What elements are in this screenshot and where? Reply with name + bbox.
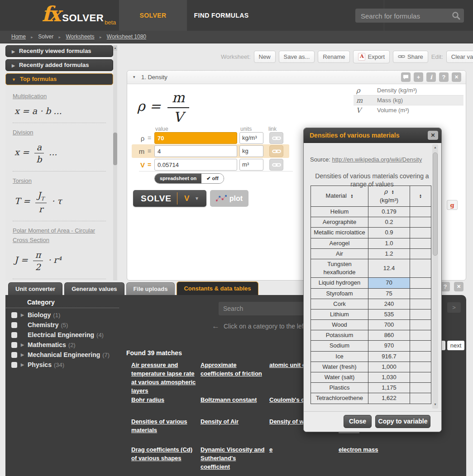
extra-cell[interactable]	[410, 278, 431, 288]
material-cell[interactable]: Air	[311, 248, 368, 259]
spreadsheet-on-segment[interactable]: spreadsheet on	[155, 174, 201, 183]
extra-cell[interactable]	[410, 248, 431, 259]
clear-values-button[interactable]: Clear values	[446, 51, 473, 63]
extra-cell[interactable]	[410, 341, 431, 351]
nav-tab-find-formulas[interactable]: FIND FORMULAS	[187, 0, 256, 31]
data-table-link[interactable]: Drag coefficients (Cd) of various shapes	[131, 446, 196, 463]
new-button[interactable]: New	[254, 51, 276, 63]
material-cell[interactable]: Water (fresh)	[311, 362, 368, 372]
category-checkbox[interactable]	[11, 362, 17, 368]
extra-cell[interactable]	[410, 259, 431, 277]
material-cell[interactable]: Tungsten hexafluoride	[311, 259, 368, 277]
density-cell[interactable]: 240	[368, 299, 410, 309]
material-cell[interactable]: Styrofoam	[311, 288, 368, 299]
sort-icon[interactable]: ▲▼	[350, 194, 353, 199]
m-link-button[interactable]	[269, 145, 283, 157]
density-cell[interactable]: 1,622	[368, 393, 410, 404]
spreadsheet-off-segment[interactable]: ✔ off	[201, 174, 223, 183]
material-cell[interactable]: Potassium	[311, 330, 368, 341]
density-cell[interactable]: 75	[368, 288, 410, 299]
extra-cell[interactable]	[410, 217, 431, 228]
extra-cell[interactable]	[410, 299, 431, 309]
v-units-box[interactable]: m³	[239, 159, 263, 171]
modal-scrollbar-thumb[interactable]	[433, 152, 438, 256]
pagination-next-button[interactable]: next	[447, 341, 464, 350]
material-cell[interactable]: Helium	[311, 207, 368, 217]
density-cell[interactable]: 70	[368, 278, 410, 288]
scroll-down-icon[interactable]: ▼	[432, 401, 438, 408]
collapse-icon[interactable]: ▾	[133, 71, 135, 84]
sidebar-scrollbar-thumb[interactable]	[113, 133, 117, 165]
export-button[interactable]: A Export	[353, 50, 390, 63]
material-cell[interactable]: Aerogel	[311, 238, 368, 248]
extra-cell[interactable]	[410, 362, 431, 372]
card-close-icon[interactable]: ✕	[452, 72, 461, 82]
extra-cell[interactable]	[410, 309, 431, 319]
material-cell[interactable]: Liquid hydrogen	[311, 278, 368, 288]
m-units-box[interactable]: kg	[239, 145, 263, 157]
m-value-input[interactable]	[154, 145, 237, 157]
density-cell[interactable]: 1,030	[368, 372, 410, 383]
plot-button[interactable]: plot	[210, 190, 248, 207]
breadcrumb-solver[interactable]: Solver	[38, 33, 53, 40]
category-name[interactable]: Mechanical Engineering	[28, 351, 100, 358]
data-table-link[interactable]: Densities of various materials	[131, 418, 196, 435]
panel-help-icon[interactable]: ?	[440, 282, 450, 291]
panel-tab-unit-converter[interactable]: Unit converter	[8, 282, 62, 295]
density-cell[interactable]: 0.179	[368, 207, 410, 217]
scroll-up-icon[interactable]: ▲	[113, 45, 117, 51]
data-table-link[interactable]: Approximate coefficients of friction	[201, 361, 266, 378]
density-cell[interactable]: 1,000	[368, 362, 410, 372]
sidebar-accordion-recently-added[interactable]: ▶Recently added formulas	[5, 59, 113, 71]
rho-link-button[interactable]	[269, 132, 283, 144]
formula-link[interactable]: Multiplication	[13, 92, 106, 101]
breadcrumb-worksheet-1080[interactable]: Worksheet 1080	[107, 33, 146, 40]
sort-icon[interactable]: ▲▼	[419, 194, 422, 199]
source-link[interactable]: http://en.wikipedia.org/wiki/Density	[332, 156, 422, 163]
category-checkbox[interactable]	[11, 332, 17, 338]
extra-cell[interactable]	[410, 238, 431, 248]
material-cell[interactable]: Aerographite	[311, 217, 368, 228]
share-button[interactable]: Share	[393, 51, 428, 63]
solve-button[interactable]: SOLVE V ▼	[133, 190, 206, 207]
search-formulas-input[interactable]	[360, 9, 448, 24]
rename-button[interactable]: Rename	[318, 51, 350, 63]
material-cell[interactable]: Wood	[311, 320, 368, 330]
extra-cell[interactable]	[410, 228, 431, 238]
extra-cell[interactable]	[410, 393, 431, 404]
material-cell[interactable]: Tetrachloroethene	[311, 393, 368, 404]
data-table-link[interactable]: electron mass	[339, 446, 404, 454]
material-cell[interactable]: Lithium	[311, 309, 368, 319]
panel-tab-generate-values[interactable]: Generate values	[64, 282, 124, 295]
card-help-icon[interactable]: ?	[439, 72, 449, 82]
category-checkbox[interactable]	[11, 342, 17, 348]
density-column-header[interactable]: ρ ▲▼ (kg/m³)	[368, 186, 410, 207]
close-button[interactable]: Close	[344, 415, 372, 428]
category-name[interactable]: Mathematics	[28, 341, 66, 348]
panel-tab-constants-data-tables[interactable]: Constants & data tables	[177, 281, 258, 295]
sidebar-accordion-top-formulas[interactable]: ▼Top formulas	[5, 73, 113, 85]
nav-tab-solver[interactable]: SOLVER	[119, 0, 187, 31]
extra-cell[interactable]	[410, 207, 431, 217]
modal-title-bar[interactable]: Densities of various materials ✕	[304, 128, 441, 143]
panel-tab-file-uploads[interactable]: File uploads	[126, 282, 175, 295]
formula-link[interactable]: Torsion	[13, 176, 106, 186]
chevron-down-icon[interactable]: ▼	[195, 190, 199, 207]
material-cell[interactable]: Ice	[311, 351, 368, 362]
sort-icon[interactable]: ▲▼	[392, 190, 394, 195]
panel-close-icon[interactable]: ✕	[454, 282, 463, 291]
density-cell[interactable]: 1.2	[368, 248, 410, 259]
breadcrumb-worksheets[interactable]: Worksheets	[66, 33, 94, 40]
data-table-link[interactable]: Bohr radius	[131, 396, 196, 405]
data-table-link[interactable]: Dynamic Viscosity and Sutherland's coeff…	[201, 446, 266, 471]
density-cell[interactable]: 1.0	[368, 238, 410, 248]
category-name[interactable]: Chemistry	[28, 321, 58, 328]
rho-value-input[interactable]	[154, 132, 237, 144]
rho-units-box[interactable]: kg/m³	[239, 132, 263, 144]
data-table-link[interactable]: Air pressure and temperature lapse rate …	[131, 361, 196, 395]
density-cell[interactable]: 0.9	[368, 228, 410, 238]
v-value-input[interactable]	[154, 159, 237, 171]
category-name[interactable]: Electrical Engineering	[28, 331, 94, 338]
material-cell[interactable]: Plastics	[311, 383, 368, 393]
density-cell[interactable]: 0.2	[368, 217, 410, 228]
